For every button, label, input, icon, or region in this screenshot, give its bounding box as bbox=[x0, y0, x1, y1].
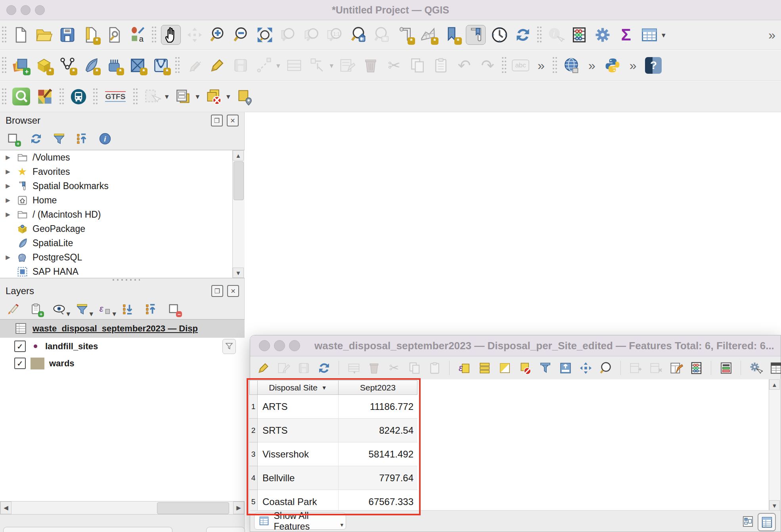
layout-manager-icon[interactable] bbox=[105, 25, 124, 44]
cell-sept2023[interactable]: 8242.54 bbox=[339, 419, 417, 442]
browser-refresh-icon[interactable] bbox=[29, 131, 44, 146]
toggle-editing-icon[interactable] bbox=[256, 360, 271, 375]
dropdown-caret-icon[interactable]: ▾ bbox=[196, 92, 200, 101]
new-spatialite-layer-icon[interactable]: * bbox=[81, 56, 100, 75]
panel-splitter[interactable] bbox=[112, 279, 140, 282]
select-features-icon[interactable] bbox=[143, 87, 162, 106]
actions-icon[interactable] bbox=[748, 360, 763, 375]
reload-icon[interactable] bbox=[316, 360, 331, 375]
layer-filter-indicator-icon[interactable] bbox=[222, 339, 236, 354]
modify-attributes-icon[interactable] bbox=[338, 56, 357, 75]
layer-item-landfill-sites[interactable]: ✓ landfill_sites bbox=[0, 338, 245, 355]
toolbar-grip[interactable] bbox=[552, 57, 557, 74]
expand-caret-icon[interactable]: ▶ bbox=[4, 254, 12, 261]
style-manager-icon[interactable]: a bbox=[128, 25, 147, 44]
cell-sept2023[interactable]: 7797.64 bbox=[339, 466, 417, 490]
transit-icon[interactable] bbox=[69, 87, 88, 106]
table-view-toggle[interactable] bbox=[758, 513, 776, 531]
project-open-icon[interactable] bbox=[34, 25, 54, 44]
expand-caret-icon[interactable]: ▶ bbox=[4, 197, 12, 204]
toolbar-grip[interactable] bbox=[2, 26, 7, 44]
cell-disposal-site[interactable]: Bellville bbox=[258, 466, 339, 490]
scrollbar-thumb[interactable] bbox=[234, 161, 244, 200]
toolbar-grip[interactable] bbox=[133, 88, 138, 105]
pan-to-selection-icon[interactable] bbox=[578, 360, 593, 375]
toolbar-overflow-chevron[interactable]: » bbox=[630, 58, 637, 73]
quickmapservices-icon[interactable] bbox=[35, 87, 54, 106]
close-panel-icon[interactable]: ✕ bbox=[227, 285, 239, 297]
toolbar-grip[interactable] bbox=[537, 26, 542, 44]
browser-collapse-all-icon[interactable] bbox=[75, 131, 90, 146]
browser-item-home[interactable]: ▶ Home bbox=[0, 193, 245, 207]
switch-view-icon[interactable] bbox=[768, 360, 781, 375]
open-attribute-table-icon[interactable] bbox=[640, 25, 659, 44]
delete-field-icon[interactable] bbox=[648, 360, 663, 375]
toolbar-grip[interactable] bbox=[2, 88, 7, 105]
copy-features-icon[interactable] bbox=[408, 56, 427, 75]
float-panel-icon[interactable]: ❐ bbox=[211, 115, 223, 126]
new-print-layout-icon[interactable]: * bbox=[81, 25, 100, 44]
minimize-traffic-light[interactable] bbox=[274, 340, 285, 351]
new-virtual-layer-icon[interactable]: * bbox=[128, 56, 147, 75]
browser-scrollbar[interactable]: ▲ ▼ bbox=[232, 150, 245, 278]
show-spatial-bookmarks-icon[interactable] bbox=[466, 25, 486, 45]
dropdown-caret-icon[interactable]: ▾ bbox=[112, 309, 116, 318]
float-panel-icon[interactable]: ❐ bbox=[211, 285, 223, 297]
dropdown-caret-icon[interactable]: ▾ bbox=[66, 309, 70, 318]
delete-selected-icon[interactable] bbox=[366, 360, 381, 375]
toolbar-grip[interactable] bbox=[59, 88, 64, 105]
column-header-sept2023[interactable]: Sept2023 bbox=[339, 380, 417, 395]
layer-checkbox[interactable]: ✓ bbox=[14, 358, 26, 369]
expand-caret-icon[interactable]: ▶ bbox=[4, 168, 12, 175]
scroll-right-icon[interactable]: ▶ bbox=[233, 501, 244, 514]
scroll-down-icon[interactable]: ▼ bbox=[233, 268, 244, 278]
new-geopackage-layer-icon[interactable]: * bbox=[34, 56, 54, 75]
undo-icon[interactable]: ↶ bbox=[455, 56, 474, 75]
scroll-down-icon[interactable]: ▼ bbox=[769, 500, 780, 511]
select-by-value-icon[interactable] bbox=[174, 87, 193, 106]
layers-horizontal-scrollbar[interactable]: ◀ ▶ bbox=[0, 501, 245, 515]
new-shapefile-layer-icon[interactable]: * bbox=[58, 56, 77, 75]
cell-disposal-site[interactable]: SRTS bbox=[258, 419, 339, 442]
dropdown-caret-icon[interactable]: ▾ bbox=[165, 92, 169, 101]
zoom-native-icon[interactable]: 1:1 bbox=[325, 25, 345, 44]
zoom-in-icon[interactable] bbox=[209, 25, 228, 44]
zoom-to-layer-icon[interactable] bbox=[302, 25, 321, 44]
browser-item-spatialite[interactable]: ▶ SpatiaLite bbox=[0, 236, 245, 250]
zoom-to-selection-icon[interactable] bbox=[598, 360, 613, 375]
zoom-last-icon[interactable] bbox=[349, 25, 368, 44]
browser-item-favorites[interactable]: ▶ ★ Favorites bbox=[0, 165, 245, 179]
cell-sept2023[interactable]: 11186.772 bbox=[339, 395, 417, 419]
data-source-manager-icon[interactable]: + bbox=[11, 56, 30, 75]
manage-visibility-icon[interactable]: ▾ bbox=[52, 302, 67, 317]
row-number[interactable]: 2 bbox=[249, 419, 258, 442]
gtfs-go-icon[interactable]: GTFS bbox=[103, 87, 128, 106]
select-by-form-icon[interactable] bbox=[538, 360, 553, 375]
conditional-formatting-icon[interactable] bbox=[689, 360, 704, 375]
digitize-segment-icon[interactable] bbox=[255, 56, 274, 75]
new-3d-map-view-icon[interactable]: * bbox=[419, 25, 438, 44]
invert-selection-icon[interactable] bbox=[497, 360, 512, 375]
new-spatial-bookmark-icon[interactable]: * bbox=[442, 25, 461, 44]
select-by-location-icon[interactable] bbox=[235, 87, 254, 106]
zoom-full-icon[interactable] bbox=[255, 25, 274, 44]
toolbar-grip[interactable] bbox=[2, 57, 7, 74]
pan-map-icon[interactable] bbox=[161, 25, 181, 45]
browser-item-macintosh-hd[interactable]: ▶ / (Macintosh HD) bbox=[0, 207, 245, 222]
save-edits-icon[interactable] bbox=[296, 360, 311, 375]
zoom-traffic-light[interactable] bbox=[289, 340, 300, 351]
toolbar-overflow-chevron[interactable]: » bbox=[538, 58, 545, 73]
cut-features-icon[interactable]: ✂ bbox=[385, 56, 404, 75]
new-scratch-layer-icon[interactable]: * bbox=[105, 56, 124, 75]
layer-item-waste-disposal[interactable]: waste_disposal_september2023 — Disp bbox=[0, 320, 245, 338]
dropdown-caret-icon[interactable]: ▾ bbox=[276, 61, 280, 70]
browser-properties-icon[interactable]: i bbox=[98, 131, 113, 146]
redo-icon[interactable]: ↷ bbox=[478, 56, 497, 75]
select-by-expression-icon[interactable]: ε bbox=[457, 360, 472, 375]
toolbar-grip[interactable] bbox=[502, 57, 507, 74]
zoom-next-icon[interactable] bbox=[372, 25, 391, 44]
add-group-icon[interactable]: + bbox=[29, 302, 44, 317]
paste-features-icon[interactable] bbox=[431, 56, 450, 75]
row-number[interactable]: 1 bbox=[249, 395, 258, 419]
cut-icon[interactable]: ✂ bbox=[387, 360, 402, 375]
